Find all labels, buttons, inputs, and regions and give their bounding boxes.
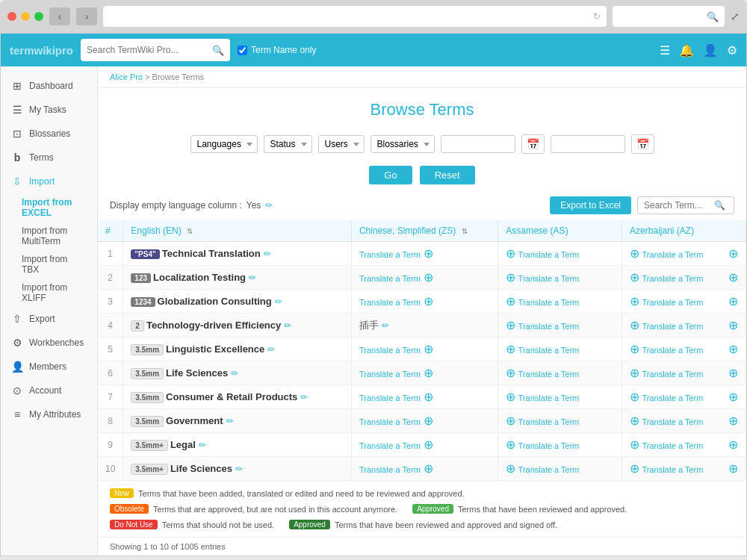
edit-term-icon[interactable]: ✏ <box>235 464 243 474</box>
sort-english-icon[interactable]: ⇅ <box>187 227 193 235</box>
sidebar-item-my-attributes[interactable]: ≡ My Attributes <box>1 402 97 426</box>
calendar-from-button[interactable]: 📅 <box>521 134 545 154</box>
back-button[interactable]: ‹ <box>49 7 70 25</box>
edit-term-icon[interactable]: ✏ <box>199 440 206 450</box>
translate-link-as[interactable]: Translate a Term <box>518 370 580 379</box>
add-az-extra[interactable]: ⊕ <box>728 414 738 428</box>
translate-link-zh[interactable]: Translate a Term <box>359 465 421 474</box>
add-translation-zh[interactable]: ⊕ <box>424 343 433 355</box>
translate-link-zh[interactable]: Translate a Term <box>359 370 421 379</box>
sidebar-item-dashboard[interactable]: ⊞ Dashboard <box>1 74 97 98</box>
sidebar-item-members[interactable]: 👤 Members <box>1 355 97 379</box>
add-azerbaijani-icon[interactable]: ⊕ <box>630 247 639 260</box>
translate-link-az[interactable]: Translate a Term <box>642 465 703 474</box>
edit-term-icon[interactable]: ✏ <box>264 249 271 259</box>
bell-icon[interactable]: 🔔 <box>679 43 694 57</box>
add-assamese-icon[interactable]: ⊕ <box>506 247 515 260</box>
status-filter[interactable]: Status <box>264 135 312 153</box>
sort-chinese-icon[interactable]: ⇅ <box>462 227 468 235</box>
settings-icon[interactable]: ⚙ <box>727 43 737 57</box>
translate-link-az[interactable]: Translate a Term <box>642 346 703 355</box>
calendar-to-button[interactable]: 📅 <box>631 134 654 154</box>
sidebar-sub-import-xliff[interactable]: Import from XLIFF <box>1 279 97 307</box>
sidebar-item-blossaries[interactable]: ⊡ Blossaries <box>1 122 97 146</box>
translate-link-as[interactable]: Translate a Term <box>518 417 580 426</box>
translate-link-zh[interactable]: Translate a Term <box>359 393 421 402</box>
sidebar-sub-import-multiterm[interactable]: Import from MultiTerm <box>1 222 97 250</box>
add-azerbaijani-icon[interactable]: ⊕ <box>630 271 639 284</box>
menu-icon[interactable]: ☰ <box>660 43 670 57</box>
sidebar-item-workbenches[interactable]: ⚙ Workbenches <box>1 331 97 355</box>
add-azerbaijani-icon[interactable]: ⊕ <box>630 343 639 355</box>
translate-link-as[interactable]: Translate a Term <box>518 441 580 450</box>
edit-chinese-icon[interactable]: ✏ <box>382 320 389 331</box>
add-translation-zh[interactable]: ⊕ <box>424 391 433 403</box>
reset-button[interactable]: Reset <box>420 166 475 184</box>
translate-link-az[interactable]: Translate a Term <box>642 322 703 331</box>
col-chinese[interactable]: Chinese, Simplified (ZS) ⇅ <box>351 220 498 242</box>
add-assamese-icon[interactable]: ⊕ <box>506 414 515 427</box>
blossaries-filter[interactable]: Blossaries <box>371 135 435 153</box>
translate-link-as[interactable]: Translate a Term <box>518 274 580 283</box>
users-filter[interactable]: Users <box>318 135 365 153</box>
date-from-input[interactable] <box>441 135 515 153</box>
add-azerbaijani-icon[interactable]: ⊕ <box>630 367 639 379</box>
translate-link-as[interactable]: Translate a Term <box>518 465 580 474</box>
expand-button[interactable]: ⤢ <box>731 10 740 22</box>
date-to-input[interactable] <box>551 135 625 153</box>
edit-term-icon[interactable]: ✏ <box>284 320 291 331</box>
minimize-button[interactable] <box>21 12 30 21</box>
add-translation-zh[interactable]: ⊕ <box>424 367 433 379</box>
add-az-extra[interactable]: ⊕ <box>728 270 738 284</box>
col-english[interactable]: English (EN) ⇅ <box>123 220 352 242</box>
edit-term-icon[interactable]: ✏ <box>231 368 238 379</box>
add-az-extra[interactable]: ⊕ <box>728 390 738 404</box>
translate-link-zh[interactable]: Translate a Term <box>359 417 421 426</box>
add-azerbaijani-icon[interactable]: ⊕ <box>630 438 639 451</box>
translate-link-as[interactable]: Translate a Term <box>518 322 580 331</box>
col-azerbaijani[interactable]: Azerbaijani (AZ) <box>622 220 746 242</box>
sidebar-item-import[interactable]: ⇩ Import <box>1 169 97 193</box>
edit-term-icon[interactable]: ✏ <box>275 296 282 307</box>
edit-term-icon[interactable]: ✏ <box>300 392 308 402</box>
translate-link-az[interactable]: Translate a Term <box>642 370 703 379</box>
sidebar-item-account[interactable]: ⊙ Account <box>1 379 97 402</box>
add-translation-zh[interactable]: ⊕ <box>424 247 433 260</box>
translate-link-az[interactable]: Translate a Term <box>642 441 703 450</box>
maximize-button[interactable] <box>34 12 43 21</box>
forward-button[interactable]: › <box>76 7 97 25</box>
top-search-box[interactable]: 🔍 <box>81 39 230 61</box>
add-translation-zh[interactable]: ⊕ <box>424 295 433 308</box>
translate-link-zh[interactable]: Translate a Term <box>359 298 421 307</box>
add-azerbaijani-icon[interactable]: ⊕ <box>630 319 639 332</box>
add-assamese-icon[interactable]: ⊕ <box>506 319 515 332</box>
add-assamese-icon[interactable]: ⊕ <box>506 391 515 403</box>
edit-display-icon[interactable]: ✏ <box>265 200 273 211</box>
add-assamese-icon[interactable]: ⊕ <box>506 271 515 284</box>
add-assamese-icon[interactable]: ⊕ <box>506 295 515 308</box>
edit-term-icon[interactable]: ✏ <box>267 344 275 355</box>
add-assamese-icon[interactable]: ⊕ <box>506 343 515 355</box>
add-az-extra[interactable]: ⊕ <box>728 438 738 452</box>
sidebar-item-terms[interactable]: b Terms <box>1 146 97 169</box>
translate-link-zh[interactable]: Translate a Term <box>359 274 421 283</box>
add-assamese-icon[interactable]: ⊕ <box>506 438 515 451</box>
add-azerbaijani-icon[interactable]: ⊕ <box>630 414 639 427</box>
export-excel-button[interactable]: Export to Excel <box>550 196 631 214</box>
sidebar-sub-import-tbx[interactable]: Import from TBX <box>1 250 97 279</box>
add-assamese-icon[interactable]: ⊕ <box>506 367 515 379</box>
add-translation-zh[interactable]: ⊕ <box>424 438 433 451</box>
translate-link-as[interactable]: Translate a Term <box>518 298 580 307</box>
add-translation-zh[interactable]: ⊕ <box>424 462 433 475</box>
add-azerbaijani-icon[interactable]: ⊕ <box>630 295 639 308</box>
add-translation-zh[interactable]: ⊕ <box>424 271 433 284</box>
add-az-extra[interactable]: ⊕ <box>728 246 738 261</box>
add-az-extra[interactable]: ⊕ <box>728 342 738 356</box>
sidebar-item-export[interactable]: ⇧ Export <box>1 307 97 331</box>
edit-term-icon[interactable]: ✏ <box>226 416 234 426</box>
add-az-extra[interactable]: ⊕ <box>728 461 738 476</box>
sidebar-sub-import-excel[interactable]: Import from EXCEL <box>1 193 97 222</box>
translate-link-zh[interactable]: Translate a Term <box>359 441 421 450</box>
search-term-input[interactable] <box>644 200 711 211</box>
translate-link-az[interactable]: Translate a Term <box>642 274 703 283</box>
